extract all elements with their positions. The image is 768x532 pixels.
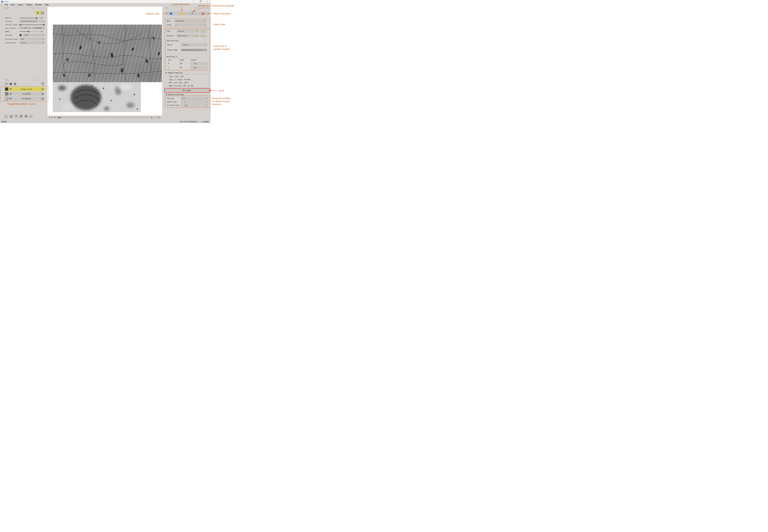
menu-view[interactable]: View xyxy=(9,4,16,6)
device-dropdown[interactable]: cuda:0 xyxy=(181,43,207,46)
new-labels-layer-button[interactable] xyxy=(13,82,17,86)
decrement-icon[interactable]: - xyxy=(190,63,193,65)
xy-input-size-spinbox[interactable]: - 224 + xyxy=(181,104,208,107)
opacity-slider-handle[interactable] xyxy=(36,17,38,19)
viewer-canvas[interactable] xyxy=(47,7,162,115)
projection-mode-dropdown[interactable]: mean xyxy=(20,38,45,40)
menu-bar: File View Layers Plugins Window Help xyxy=(0,3,210,6)
increment-icon[interactable]: + xyxy=(206,101,208,103)
ndisplay-icon xyxy=(10,115,12,117)
roll-dimensions-button[interactable] xyxy=(14,114,18,118)
gamma-slider[interactable] xyxy=(20,31,38,32)
output-name-field[interactable]: EM(2D)(Denoise by emdiffuse-l) xyxy=(181,49,207,51)
layer-list-panel: layer list GlyMuscle(3D) AxonEM(3D) Mito… xyxy=(4,79,45,102)
transpose-dimensions-button[interactable] xyxy=(19,114,23,118)
console-button[interactable]: >_ xyxy=(4,114,8,118)
decrement-icon[interactable]: - xyxy=(181,101,184,103)
menu-plugins[interactable]: Plugins xyxy=(25,4,34,6)
pan-zoom-button[interactable] xyxy=(36,11,40,15)
auto-contrast-once-button[interactable]: once xyxy=(20,27,31,29)
contrast-low-handle[interactable] xyxy=(19,24,21,26)
skip-to-end-button[interactable] xyxy=(151,117,153,118)
layer-thumbnail xyxy=(5,92,8,96)
activity-button[interactable]: activity xyxy=(201,121,209,123)
data-value: MitoEM(2D) xyxy=(176,20,184,22)
overlap-dropdown[interactable]: 0.1 xyxy=(181,97,208,100)
more-info-button[interactable] xyxy=(198,12,208,15)
home-icon: ⌂ xyxy=(30,115,31,117)
opacity-value: 1.00 xyxy=(39,17,43,19)
colormap-dropdown[interactable]: gray xyxy=(24,34,45,36)
visibility-eye-icon[interactable] xyxy=(10,93,12,95)
task-dropdown[interactable]: Denoise xyxy=(177,30,198,33)
float-panel-icon[interactable] xyxy=(166,8,167,9)
advanced-settings-header[interactable]: Advanced Settings xyxy=(166,94,209,96)
increment-icon[interactable]: + xyxy=(206,105,208,106)
solution-dropdown[interactable]: emdiffuse-l xyxy=(177,34,198,37)
minimize-button[interactable] xyxy=(190,0,197,3)
blending-dropdown[interactable]: translucent_no_depth xyxy=(20,20,45,22)
decrement-icon[interactable]: - xyxy=(181,105,184,106)
layer-name: AxonEM(3D) xyxy=(12,93,41,95)
collapse-arrow-icon xyxy=(166,72,167,73)
contrast-high-handle[interactable] xyxy=(43,24,45,26)
task-info-button[interactable] xyxy=(200,30,207,33)
menu-layers[interactable]: Layers xyxy=(16,4,25,6)
increment-icon[interactable]: + xyxy=(205,63,207,65)
solution-info-button[interactable] xyxy=(200,34,207,37)
image-properties-header[interactable]: Image Properties xyxy=(166,72,209,74)
visibility-eye-icon[interactable] xyxy=(10,98,12,99)
preferences-button[interactable]: ⚙ xyxy=(187,12,197,15)
transform-button[interactable] xyxy=(40,11,44,15)
play-button[interactable] xyxy=(52,117,53,118)
data-dropdown[interactable]: MitoEM(2D) xyxy=(174,20,207,22)
batch-size-spinbox[interactable]: - 4 + xyxy=(181,101,208,103)
skip-to-start-button[interactable] xyxy=(54,117,55,118)
task-settings-box: Device cuda:0 Output Name EM(2D)(Denoise… xyxy=(166,42,209,54)
layer-row-mitoem[interactable]: MitoEM(2D) xyxy=(5,97,45,101)
increment-icon[interactable]: + xyxy=(205,67,207,68)
opacity-slider[interactable] xyxy=(20,18,38,18)
local-inference-button[interactable] xyxy=(177,12,186,15)
dock-hide-icon[interactable] xyxy=(5,8,6,9)
dock-hide-icon[interactable] xyxy=(5,79,6,80)
grid-view-button[interactable] xyxy=(24,114,28,118)
projection-mode-value: mean xyxy=(21,38,24,40)
close-panel-icon[interactable]: × xyxy=(164,7,165,9)
tag-icon xyxy=(14,83,16,85)
menu-window[interactable]: Window xyxy=(34,4,43,6)
home-button[interactable]: ⌂ xyxy=(29,114,33,118)
panel-resize-handle[interactable]: ⋯ xyxy=(23,76,24,78)
auto-contrast-continuous-button[interactable]: continuous xyxy=(32,27,45,29)
maximize-button[interactable] xyxy=(197,0,204,3)
new-shapes-layer-button[interactable] xyxy=(9,82,13,86)
layer-row-glymuscle[interactable]: GlyMuscle(3D) xyxy=(5,87,45,91)
dock-float-icon[interactable] xyxy=(7,8,8,9)
dims-slider-track[interactable] xyxy=(57,117,150,118)
output-size-spinbox[interactable]: - 224 + xyxy=(190,66,208,69)
dock-float-icon[interactable] xyxy=(7,79,8,80)
status-text: Ready xyxy=(1,121,7,123)
upscaling-title: Upscaling to xyxy=(166,55,177,58)
decrement-icon[interactable]: - xyxy=(190,67,193,68)
ndisplay-toggle-button[interactable] xyxy=(9,114,13,118)
visibility-eye-icon[interactable] xyxy=(10,88,12,90)
new-points-layer-button[interactable] xyxy=(5,82,8,86)
layer-row-axonem[interactable]: AxonEM(3D) xyxy=(5,92,45,96)
viewer-buttons: >_ ⌂ xyxy=(4,114,33,118)
run-model-button[interactable]: Run model xyxy=(165,89,209,92)
interpolation-dropdown[interactable]: nearest xyxy=(20,41,45,44)
menu-file[interactable]: File xyxy=(3,4,9,6)
lightbulb-icon xyxy=(203,35,204,36)
menu-help[interactable]: Help xyxy=(43,4,50,6)
property-line: - Size: (224, 224) xyxy=(167,75,209,78)
close-button[interactable]: × xyxy=(204,0,210,3)
dims-slider-handle[interactable] xyxy=(57,117,61,118)
window-controls: × xyxy=(190,0,210,3)
output-size-spinbox[interactable]: - 224 + xyxy=(190,62,208,65)
contrast-limits-slider[interactable] xyxy=(20,25,45,25)
gamma-slider-handle[interactable] xyxy=(28,31,29,32)
delete-layer-button[interactable] xyxy=(41,82,45,86)
zdim-dropdown[interactable]: 0 xyxy=(174,24,207,26)
register-data-button[interactable] xyxy=(166,12,176,15)
